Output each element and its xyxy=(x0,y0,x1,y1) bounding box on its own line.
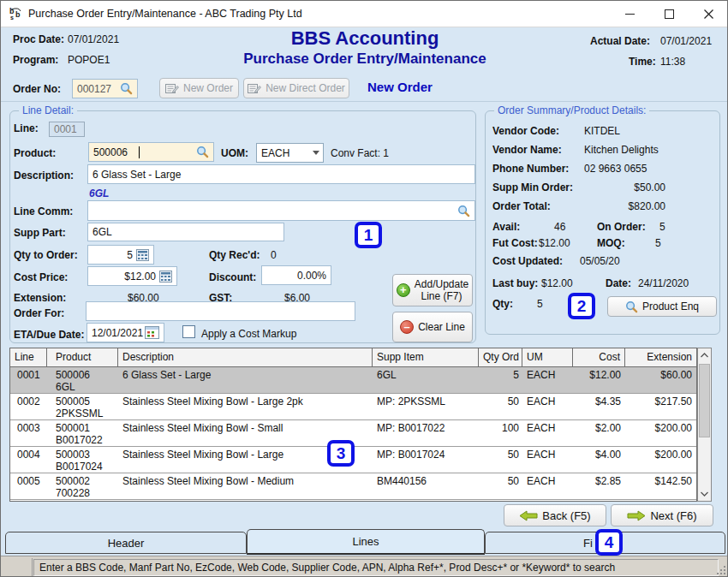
col-header-product[interactable]: Product xyxy=(47,348,118,366)
resize-grip-icon[interactable] xyxy=(715,564,727,576)
col-header-line[interactable]: Line xyxy=(10,348,47,366)
qty-calculator-icon[interactable] xyxy=(136,249,149,261)
cost-calculator-icon[interactable] xyxy=(159,271,172,283)
clear-line-button[interactable]: – Clear Line xyxy=(392,312,473,342)
application-window: b b s Purchase Order Entry/Maintenance -… xyxy=(0,0,728,577)
uom-select[interactable]: EACH xyxy=(256,143,324,163)
scrollbar-thumb[interactable] xyxy=(699,364,710,437)
cost-markup-checkbox[interactable] xyxy=(182,325,195,338)
product-field[interactable]: 500006 xyxy=(88,142,214,162)
minimize-icon xyxy=(625,14,635,15)
cell-qty-ord: 50 xyxy=(479,449,519,461)
cost-updated-label: Cost Updated: xyxy=(492,255,563,267)
col-header-um[interactable]: UM xyxy=(522,348,573,366)
cell-alpha: 700228 xyxy=(56,487,90,499)
last-buy-date-value: 24/11/2020 xyxy=(638,277,689,289)
grid-row-2[interactable]: 0002 500005 2PKSSML Stainless Steel Mixi… xyxy=(10,394,696,420)
moq-value: 5 xyxy=(655,237,661,249)
back-label: Back (F5) xyxy=(542,509,590,522)
cell-cost: $4.00 xyxy=(573,449,621,461)
qty-recd-label: Qty Rec'd: xyxy=(209,249,260,261)
cell-alpha: 2PKSSML xyxy=(56,407,103,419)
new-direct-order-button[interactable]: New Direct Order xyxy=(243,78,349,98)
last-buy-qty-value: 5 xyxy=(537,298,543,310)
close-button[interactable] xyxy=(689,1,728,27)
grid-row-5[interactable]: 0005 500002 700228 Stainless Steel Mixin… xyxy=(10,473,696,500)
supp-min-order-value: $50.00 xyxy=(584,181,665,193)
vendor-name-label: Vendor Name: xyxy=(492,144,562,156)
tab-lines-label: Lines xyxy=(352,535,379,548)
order-mode-text: New Order xyxy=(367,80,433,94)
fut-cost-label: Fut Cost: xyxy=(492,237,538,249)
line-detail-legend: Line Detail: xyxy=(19,104,77,116)
order-for-field[interactable] xyxy=(86,301,355,321)
qty-to-order-field[interactable]: 5 xyxy=(87,245,154,265)
window-title: Purchase Order Entry/Maintenance - ABC T… xyxy=(28,8,302,20)
cell-alpha: B0017024 xyxy=(56,461,103,473)
col-header-description[interactable]: Description xyxy=(118,348,373,366)
description-label: Description: xyxy=(14,170,74,181)
discount-field[interactable]: 0.00% xyxy=(261,265,331,285)
scroll-up-button[interactable] xyxy=(698,348,711,362)
col-header-qty-ord[interactable]: Qty Ord xyxy=(479,348,522,366)
order-no-value: 000127 xyxy=(77,83,111,95)
col-header-supp-item[interactable]: Supp Item xyxy=(373,348,479,366)
description-field[interactable]: 6 Glass Set - Large xyxy=(87,164,475,184)
vendor-name-value: Kitchen Delights xyxy=(584,144,659,156)
qty-to-order-label: Qty to Order: xyxy=(14,249,78,261)
back-button[interactable]: Back (F5) xyxy=(504,504,606,526)
next-label: Next (F6) xyxy=(650,509,696,522)
cell-um: EACH xyxy=(527,475,555,487)
last-buy-date-label: Date: xyxy=(606,277,631,289)
new-order-button[interactable]: New Order xyxy=(159,78,239,98)
next-button[interactable]: Next (F6) xyxy=(611,504,713,526)
order-no-field[interactable]: 000127 xyxy=(72,79,138,98)
cell-product: 500005 xyxy=(56,396,90,407)
fut-cost-value: $12.00 xyxy=(539,237,570,249)
status-message: Enter a BBS Code, Manf Part No, EzCode, … xyxy=(33,559,719,576)
product-enq-label: Product Enq xyxy=(642,300,699,312)
order-total-value: $820.00 xyxy=(584,200,665,212)
app-logo-icon: b b s xyxy=(9,6,24,21)
product-label: Product: xyxy=(14,147,56,159)
supp-min-order-label: Supp Min Order: xyxy=(492,181,573,193)
minimize-button[interactable] xyxy=(610,1,649,27)
cost-price-label: Cost Price: xyxy=(14,271,68,283)
search-icon[interactable] xyxy=(120,82,133,95)
alpha-code-text: 6GL xyxy=(89,187,109,199)
chevron-down-icon xyxy=(309,144,323,162)
new-order-icon xyxy=(165,83,179,94)
calendar-icon[interactable] xyxy=(145,326,159,339)
grid-row-1[interactable]: 0001 500006 6GL 6 Glass Set - Large 6GL … xyxy=(10,367,696,394)
text-caret xyxy=(139,146,140,158)
product-enq-search-icon xyxy=(625,300,638,313)
line-comm-field[interactable] xyxy=(87,200,475,221)
col-header-extension[interactable]: Extension xyxy=(625,348,696,366)
cell-extension: $200.00 xyxy=(625,449,692,461)
scroll-down-button[interactable] xyxy=(698,487,711,501)
svg-text:s: s xyxy=(10,15,14,21)
add-update-line-button[interactable]: + Add/Update Line (F7) xyxy=(392,274,473,306)
cell-alpha: B0017022 xyxy=(56,434,103,446)
eta-due-date-field[interactable]: 12/01/2021 xyxy=(87,323,164,342)
grid-scrollbar[interactable] xyxy=(697,348,712,502)
new-direct-order-icon xyxy=(248,83,261,94)
product-search-icon[interactable] xyxy=(196,146,209,158)
cell-extension: $142.50 xyxy=(625,475,692,487)
on-order-label: On Order: xyxy=(597,221,646,233)
supp-part-field[interactable]: 6GL xyxy=(87,223,284,241)
cell-cost: $4.35 xyxy=(573,396,621,407)
tab-lines[interactable]: Lines xyxy=(247,529,485,555)
description-value: 6 Glass Set - Large xyxy=(92,169,181,181)
supp-part-value: 6GL xyxy=(92,226,112,238)
col-header-cost[interactable]: Cost xyxy=(573,348,625,366)
cost-price-field[interactable]: $12.00 xyxy=(87,266,177,286)
minus-icon: – xyxy=(400,320,414,334)
product-enq-button[interactable]: Product Enq xyxy=(607,296,717,317)
tab-header[interactable]: Header xyxy=(5,532,247,554)
maximize-button[interactable] xyxy=(649,1,689,27)
content-divider xyxy=(1,101,728,102)
last-buy-value: $12.00 xyxy=(541,277,573,289)
line-comm-search-icon[interactable] xyxy=(457,205,470,217)
clear-line-label: Clear Line xyxy=(418,321,465,333)
